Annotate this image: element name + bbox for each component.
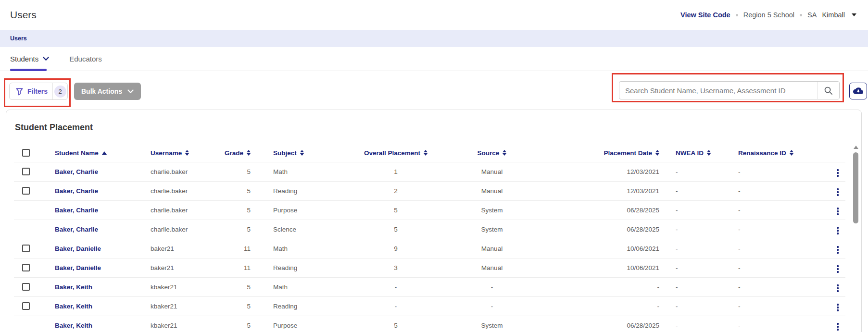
column-header-renaissance-id[interactable]: Renaissance ID [737, 144, 824, 162]
sort-down-triangle-icon [424, 153, 428, 156]
row-checkbox[interactable] [22, 168, 30, 175]
column-header-student-name[interactable]: Student Name [46, 144, 142, 162]
column-header-inner: Username [151, 149, 189, 157]
cell-overall-placement: 1 [333, 162, 458, 181]
filters-badge-wrap: 2 [52, 83, 67, 99]
search-input[interactable] [619, 82, 817, 99]
row-checkbox[interactable] [22, 302, 30, 310]
table-row: Baker, Daniellebaker2111Reading3Manual10… [14, 258, 845, 277]
magnifier-icon [824, 86, 833, 95]
column-header-placement-date[interactable]: Placement Date [526, 144, 675, 162]
cell-source: - [458, 296, 526, 316]
cell-checkbox [14, 296, 46, 316]
student-name-link[interactable]: Baker, Charlie [55, 187, 98, 195]
cell-source: System [458, 220, 526, 239]
cell-nwea-id: - [675, 162, 737, 181]
column-header-inner: NWEA ID [676, 149, 711, 157]
cell-username: charlie.baker [142, 162, 223, 181]
scrollbar-thumb[interactable] [853, 152, 858, 223]
row-checkbox[interactable] [22, 245, 30, 252]
cell-nwea-id: - [675, 296, 737, 316]
cell-student-name: Baker, Keith [46, 296, 142, 316]
column-header-grade[interactable]: Grade [223, 144, 261, 162]
cell-grade: 5 [223, 200, 261, 220]
row-actions-kebab-icon[interactable] [835, 321, 841, 332]
row-checkbox[interactable] [22, 283, 30, 291]
row-actions-kebab-icon[interactable] [835, 302, 841, 313]
tab-educators[interactable]: Educators [69, 55, 102, 63]
sort-down-triangle-icon [503, 153, 506, 156]
row-actions-kebab-icon[interactable] [835, 225, 841, 236]
column-header-source[interactable]: Source [458, 144, 526, 162]
cell-username: charlie.baker [142, 200, 223, 220]
row-actions-kebab-icon[interactable] [835, 264, 841, 274]
column-header-subject[interactable]: Subject [261, 144, 333, 162]
cell-nwea-id: - [675, 220, 737, 239]
column-header-nwea-id[interactable]: NWEA ID [675, 144, 737, 162]
cell-renaissance-id: - [737, 200, 824, 220]
row-actions-kebab-icon[interactable] [835, 283, 841, 294]
table-row: Baker, Keithkbaker215Math----- [14, 277, 845, 296]
row-checkbox[interactable] [22, 264, 30, 271]
cell-subject: Science [261, 220, 333, 239]
dot-separator-icon [736, 14, 738, 16]
table-row: Baker, Charliecharlie.baker5Science5Syst… [14, 220, 845, 239]
export-button[interactable] [849, 83, 867, 99]
sort-arrows-icon [655, 150, 659, 156]
column-header-inner: Placement Date [604, 149, 659, 157]
cell-overall-placement: 5 [333, 316, 458, 332]
student-name-link[interactable]: Baker, Charlie [55, 207, 98, 214]
sort-arrows-icon [185, 150, 189, 156]
cell-student-name: Baker, Charlie [46, 162, 142, 181]
cell-checkbox [14, 162, 46, 181]
column-header-inner: Student Name [55, 149, 107, 157]
cell-subject: Math [261, 277, 333, 296]
cell-grade: 5 [223, 296, 261, 316]
cell-renaissance-id: - [737, 239, 824, 258]
sort-arrows-icon [790, 150, 793, 156]
row-actions-kebab-icon[interactable] [835, 245, 841, 255]
row-checkbox[interactable] [22, 187, 30, 195]
student-name-link[interactable]: Baker, Danielle [55, 245, 101, 252]
filters-label: Filters [27, 87, 48, 95]
scroll-up-arrow-icon[interactable] [854, 146, 858, 149]
cell-renaissance-id: - [737, 258, 824, 277]
search-submit-button[interactable] [817, 82, 839, 99]
table-scrollbar[interactable] [853, 146, 859, 332]
column-header-overall-placement[interactable]: Overall Placement [333, 144, 458, 162]
funnel-icon [15, 87, 24, 96]
student-name-link[interactable]: Baker, Charlie [55, 168, 98, 175]
cell-renaissance-id: - [737, 296, 824, 316]
school-name: Region 5 School [743, 11, 794, 19]
cell-nwea-id: - [675, 181, 737, 200]
row-actions-kebab-icon[interactable] [835, 206, 841, 217]
select-all-checkbox[interactable] [22, 149, 30, 157]
column-header-username[interactable]: Username [142, 144, 223, 162]
column-header-label: Subject [273, 149, 297, 157]
breadcrumb[interactable]: Users [10, 35, 27, 42]
sort-down-triangle-icon [300, 153, 304, 156]
cell-renaissance-id: - [737, 316, 824, 332]
filters-button[interactable]: Filters 2 [9, 83, 68, 100]
row-actions-kebab-icon[interactable] [835, 187, 841, 197]
row-actions-kebab-icon[interactable] [835, 168, 841, 178]
select-all-header-cell [14, 144, 46, 162]
student-name-link[interactable]: Baker, Danielle [55, 264, 101, 271]
view-site-code-link[interactable]: View Site Code [680, 11, 730, 19]
sort-up-triangle-icon [707, 150, 711, 152]
cloud-download-icon [853, 87, 864, 95]
column-header-label: Renaissance ID [738, 149, 786, 157]
student-name-link[interactable]: Baker, Keith [55, 303, 92, 310]
student-name-link[interactable]: Baker, Keith [55, 283, 92, 291]
user-menu-caret-down-icon[interactable] [852, 13, 856, 16]
cell-overall-placement: 9 [333, 239, 458, 258]
bulk-actions-button[interactable]: Bulk Actions [74, 83, 141, 100]
cell-source: - [458, 277, 526, 296]
user-name: Kimball [822, 11, 845, 19]
cell-nwea-id: - [675, 258, 737, 277]
cell-actions [824, 162, 845, 181]
cell-grade: 11 [223, 239, 261, 258]
student-name-link[interactable]: Baker, Keith [55, 322, 92, 329]
tab-students[interactable]: Students [10, 55, 49, 63]
student-name-link[interactable]: Baker, Charlie [55, 226, 98, 233]
